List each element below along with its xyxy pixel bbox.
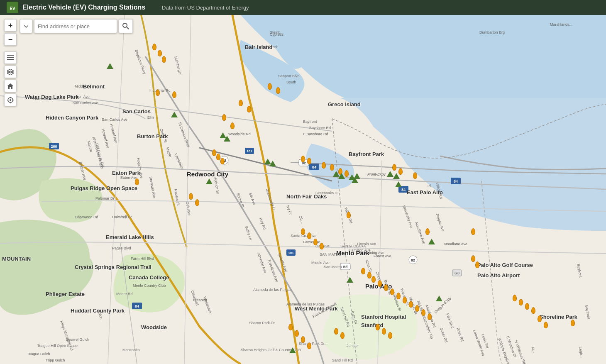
- ev-marker-orange[interactable]: [413, 172, 417, 179]
- ev-marker-orange[interactable]: [195, 199, 199, 206]
- svg-text:E Bayshore Rd: E Bayshore Rd: [303, 132, 328, 136]
- ev-marker-orange[interactable]: [307, 342, 311, 349]
- ev-marker-orange[interactable]: [212, 149, 216, 156]
- ev-marker-orange[interactable]: [371, 276, 376, 283]
- ev-marker-orange[interactable]: [330, 164, 334, 171]
- ev-marker-orange[interactable]: [135, 178, 139, 185]
- svg-text:Woodside Rd: Woodside Rd: [228, 132, 251, 136]
- ev-marker-green[interactable]: [387, 171, 393, 177]
- ev-marker-orange[interactable]: [222, 114, 226, 121]
- ev-marker-orange[interactable]: [396, 293, 401, 299]
- ev-marker-orange[interactable]: [239, 100, 243, 106]
- svg-point-153: [10, 99, 11, 101]
- zoom-out-button[interactable]: −: [4, 33, 17, 46]
- list-icon: [7, 55, 14, 61]
- svg-text:Sand Hill Rd: Sand Hill Rd: [332, 358, 353, 362]
- bottom-controls: [4, 51, 17, 106]
- ev-marker-green[interactable]: [393, 173, 400, 179]
- ev-marker-orange[interactable]: [301, 228, 305, 235]
- ev-marker-orange[interactable]: [347, 212, 351, 218]
- home-button[interactable]: [4, 80, 17, 92]
- ev-marker-orange[interactable]: [428, 313, 432, 320]
- ev-marker-green[interactable]: [206, 178, 213, 184]
- ev-marker-orange[interactable]: [162, 56, 166, 63]
- ev-marker-orange[interactable]: [322, 162, 326, 169]
- ev-marker-orange[interactable]: [388, 332, 392, 339]
- ev-marker-green[interactable]: [338, 173, 345, 179]
- ev-marker-green[interactable]: [436, 296, 442, 301]
- ev-marker-orange[interactable]: [525, 303, 529, 310]
- svg-text:Menlo Country Club: Menlo Country Club: [133, 283, 166, 288]
- svg-text:San Carlos Ave: San Carlos Ave: [73, 101, 98, 105]
- ev-marker-orange[interactable]: [378, 280, 382, 287]
- ev-marker-orange[interactable]: [409, 301, 413, 308]
- ev-marker-green[interactable]: [428, 239, 435, 244]
- ev-marker-orange[interactable]: [152, 44, 156, 50]
- ev-marker-orange[interactable]: [513, 295, 517, 301]
- ev-marker-orange[interactable]: [544, 322, 548, 328]
- ev-marker-orange[interactable]: [345, 170, 349, 177]
- ev-marker-orange[interactable]: [247, 106, 251, 112]
- ev-marker-orange[interactable]: [571, 320, 575, 326]
- ev-marker-orange[interactable]: [172, 91, 176, 98]
- ev-marker-orange[interactable]: [276, 87, 280, 94]
- svg-text:Squirrel Gulch: Squirrel Gulch: [66, 337, 89, 342]
- ev-marker-orange[interactable]: [471, 228, 475, 235]
- app-header: EV Electric Vehicle (EV) Charging Statio…: [0, 0, 606, 15]
- ev-marker-orange[interactable]: [334, 328, 338, 335]
- ev-marker-orange[interactable]: [216, 154, 220, 160]
- ev-marker-green[interactable]: [269, 161, 276, 166]
- ev-marker-orange[interactable]: [376, 324, 380, 330]
- ev-marker-orange[interactable]: [382, 328, 386, 335]
- ev-marker-orange[interactable]: [392, 164, 396, 171]
- map-container[interactable]: 82 82 84 84 260 84 84 G3 82 82 101 101 F…: [0, 15, 606, 364]
- ev-marker-orange[interactable]: [340, 332, 345, 339]
- ev-marker-orange[interactable]: [230, 122, 235, 129]
- ev-marker-orange[interactable]: [301, 336, 305, 343]
- home-icon: [7, 83, 14, 89]
- ev-marker-orange[interactable]: [313, 239, 318, 245]
- ev-marker-green[interactable]: [289, 347, 296, 353]
- ev-marker-orange[interactable]: [361, 268, 365, 274]
- ev-marker-orange[interactable]: [189, 193, 193, 200]
- ev-marker-orange[interactable]: [367, 272, 371, 278]
- ev-marker-orange[interactable]: [415, 305, 419, 312]
- ev-marker-green[interactable]: [347, 277, 353, 283]
- layers-button[interactable]: [4, 66, 17, 78]
- ev-marker-orange[interactable]: [307, 232, 311, 239]
- ev-marker-orange[interactable]: [403, 297, 407, 303]
- svg-text:Edgewood Rd: Edgewood Rd: [75, 215, 98, 219]
- zoom-in-button[interactable]: +: [4, 19, 17, 32]
- ev-marker-orange[interactable]: [295, 330, 299, 337]
- search-input[interactable]: [34, 19, 117, 33]
- ev-marker-orange[interactable]: [390, 288, 394, 295]
- search-button[interactable]: [119, 19, 133, 33]
- ev-marker-orange[interactable]: [421, 309, 425, 316]
- ev-marker-orange[interactable]: [425, 228, 430, 235]
- svg-text:Sharon Park Dr: Sharon Park Dr: [249, 321, 275, 325]
- ev-marker-orange[interactable]: [158, 50, 162, 56]
- ev-marker-orange[interactable]: [307, 158, 311, 164]
- ev-marker-green[interactable]: [107, 63, 113, 69]
- ev-marker-orange[interactable]: [471, 255, 475, 262]
- ev-marker-orange[interactable]: [320, 243, 324, 249]
- ev-marker-green[interactable]: [395, 181, 402, 187]
- list-view-button[interactable]: [4, 51, 17, 64]
- search-dropdown-button[interactable]: [20, 19, 32, 33]
- svg-text:South: South: [286, 80, 296, 84]
- ev-marker-orange[interactable]: [531, 307, 535, 314]
- ev-marker-orange[interactable]: [475, 261, 479, 268]
- ev-marker-green[interactable]: [354, 173, 360, 179]
- ev-marker-orange[interactable]: [384, 284, 388, 291]
- locate-button[interactable]: [4, 94, 17, 106]
- ev-marker-orange[interactable]: [288, 324, 293, 330]
- ev-marker-green[interactable]: [224, 136, 230, 142]
- ev-marker-orange[interactable]: [220, 158, 225, 164]
- ev-marker-green[interactable]: [171, 112, 178, 117]
- ev-marker-orange[interactable]: [538, 315, 542, 322]
- svg-text:Dumbarton Brg: Dumbarton Brg: [479, 30, 505, 34]
- ev-marker-orange[interactable]: [301, 156, 305, 162]
- ev-marker-orange[interactable]: [156, 89, 160, 96]
- ev-marker-orange[interactable]: [519, 299, 523, 305]
- ev-marker-orange[interactable]: [268, 83, 272, 90]
